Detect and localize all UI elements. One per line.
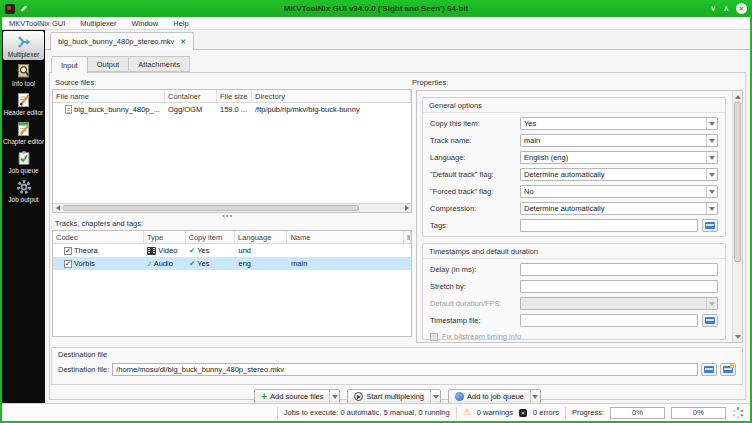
errors-count: 0 errors (533, 408, 559, 417)
sidebar-item-chapter-editor[interactable]: Chapter editor (2, 118, 45, 147)
splitter-handle[interactable]: ••• (222, 211, 233, 220)
browse-tags-button[interactable] (702, 219, 718, 232)
destination-file-label: Destination file: (58, 365, 109, 374)
vertical-scrollbar[interactable] (732, 91, 742, 342)
scroll-up-icon[interactable] (733, 92, 742, 101)
sidebar-item-job-output[interactable]: Job output (2, 176, 45, 205)
track-codec: Theora (74, 246, 98, 255)
chevron-down-icon (706, 135, 717, 146)
tags-input[interactable] (520, 219, 698, 232)
close-icon[interactable]: ✕ (736, 3, 747, 14)
browse-destination-button[interactable] (701, 363, 717, 376)
timestamp-file-input[interactable] (520, 314, 698, 327)
unshade-icon[interactable]: ∧ (723, 5, 729, 13)
plus-icon: + (261, 392, 267, 402)
divider (277, 407, 278, 419)
stretch-by-label: Stretch by: (430, 282, 516, 291)
menu-window[interactable]: Window (132, 19, 159, 28)
compression-label: Compression: (430, 204, 516, 213)
add-source-files-button[interactable]: + Add source files (254, 389, 340, 404)
sidebar-item-header-editor[interactable]: Header editor (2, 89, 45, 118)
menu-mkvtoolnix-gui[interactable]: MKVToolNix GUI (9, 19, 65, 28)
col-directory[interactable]: Directory (252, 90, 411, 102)
chevron-down-icon (706, 298, 717, 309)
shade-icon[interactable]: ∨ (710, 5, 716, 13)
source-files-table[interactable]: File name Container File size Directory … (52, 89, 412, 213)
track-name: main (291, 259, 307, 268)
col-id[interactable]: ID (404, 231, 411, 243)
browse-timestamp-file-button[interactable] (702, 314, 718, 327)
tab-attachments[interactable]: Attachments (129, 56, 190, 72)
chevron-down-icon (706, 152, 717, 163)
language-select[interactable]: English (eng) (520, 151, 718, 164)
scroll-right-icon[interactable] (402, 204, 411, 212)
col-container[interactable]: Container (165, 90, 217, 102)
track-name-label: Track name: (430, 136, 516, 145)
col-language[interactable]: Language (235, 231, 287, 243)
close-tab-icon[interactable]: ✕ (180, 38, 186, 46)
source-file-name: big_buck_bunny_480p_... (74, 105, 160, 114)
check-icon: ✔ (189, 246, 195, 255)
col-name[interactable]: Name (287, 231, 404, 243)
track-row-theora[interactable]: ✓ Theora Video ✔ Yes und (53, 244, 411, 257)
fix-bitstream-checkbox (430, 333, 438, 341)
table-row[interactable]: big_buck_bunny_480p_... Ogg/OGM 159.0 ..… (53, 103, 411, 116)
track-name-combo[interactable]: main (520, 134, 718, 147)
input-tab-pane: Source files: File name Container File s… (49, 72, 746, 400)
tracks-table[interactable]: Codec Type Copy item Language Name ID ✓ … (52, 230, 412, 337)
divider (565, 407, 566, 419)
forced-track-flag-select[interactable]: No (520, 185, 718, 198)
menu-help[interactable]: Help (173, 19, 188, 28)
file-tab-label: big_buck_bunny_480p_stereo.mkv (58, 37, 174, 46)
tab-input[interactable]: Input (51, 56, 88, 73)
chevron-down-icon[interactable] (430, 390, 440, 403)
delay-input[interactable] (520, 263, 718, 276)
tab-output[interactable]: Output (88, 56, 130, 72)
scrollbar-thumb[interactable] (734, 102, 741, 262)
status-bar: Jobs to execute: 0 automatic, 5 manual, … (2, 403, 750, 421)
chevron-down-icon (706, 118, 717, 129)
track-checkbox[interactable]: ✓ (64, 247, 72, 255)
col-codec[interactable]: Codec (53, 231, 144, 243)
scroll-down-icon[interactable] (733, 332, 742, 341)
col-file-size[interactable]: File size (217, 90, 252, 102)
col-type[interactable]: Type (144, 231, 186, 243)
sidebar-item-multiplexer[interactable]: Multiplexer (3, 31, 44, 60)
progress-bar-total: 0% (671, 407, 726, 419)
warnings-count: 0 warnings (477, 408, 513, 417)
sidebar-item-info-tool[interactable]: Info tool (2, 60, 45, 89)
chevron-down-icon (706, 203, 717, 214)
pin-icon[interactable] (20, 5, 28, 13)
menu-multiplexer[interactable]: Multiplexer (80, 19, 116, 28)
app-window: MKVToolNix GUI v34.0.0 ('Sight and Seen'… (0, 0, 752, 423)
track-row-vorbis[interactable]: ✓ Vorbis ♪ Audio ✔ Yes eng (53, 257, 411, 270)
stretch-by-input[interactable] (520, 280, 718, 293)
new-destination-folder-button[interactable] (720, 363, 736, 376)
progress-label: Progress: (572, 408, 604, 417)
scroll-left-icon[interactable] (53, 204, 62, 212)
chevron-down-icon[interactable] (530, 390, 540, 403)
general-options-title: General options (423, 98, 725, 113)
track-checkbox[interactable]: ✓ (64, 260, 72, 268)
default-track-flag-select[interactable]: Determine automatically (520, 168, 718, 181)
browse-icon (704, 366, 714, 373)
col-copy-item[interactable]: Copy item (186, 231, 235, 243)
compression-select[interactable]: Determine automatically (520, 202, 718, 215)
col-file-name[interactable]: File name (53, 90, 165, 102)
audio-icon: ♪ (147, 259, 152, 268)
window-title: MKVToolNix GUI v34.0.0 ('Sight and Seen'… (95, 4, 657, 13)
add-to-job-queue-button[interactable]: Add to job queue (448, 389, 541, 404)
default-duration-label: Default duration/FPS: (430, 299, 516, 308)
play-icon (354, 392, 363, 401)
scrollbar-thumb[interactable] (63, 205, 359, 211)
chevron-down-icon[interactable] (329, 390, 339, 403)
file-tab[interactable]: big_buck_bunny_480p_stereo.mkv ✕ (50, 32, 194, 50)
start-multiplexing-button[interactable]: Start multiplexing (347, 389, 441, 404)
copy-this-item-select[interactable]: Yes (520, 117, 718, 130)
destination-group-title: Destination file (52, 348, 742, 359)
sidebar-item-job-queue[interactable]: Job queue (2, 147, 45, 176)
destination-file-input[interactable]: /home/mosu/dl/big_buck_bunny_480p_stereo… (112, 363, 698, 376)
header-editor-icon (16, 92, 32, 108)
copy-this-item-label: Copy this item: (430, 119, 516, 128)
source-files-label: Source files: (55, 78, 96, 87)
